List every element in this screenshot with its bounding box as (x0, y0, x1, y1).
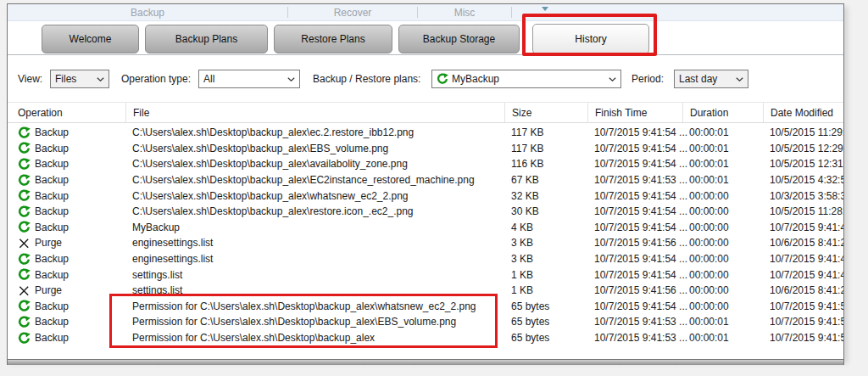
ribbon-group-recover: Recover (288, 4, 417, 20)
purge-x-icon (18, 284, 31, 297)
finish-time-value: 10/7/2015 9:41:54 ... (594, 158, 689, 170)
tab-backup-storage-label: Backup Storage (423, 33, 495, 45)
date-modified-value: 10/7/2015 9:41:48 ... (770, 253, 843, 265)
chevron-down-icon (287, 77, 295, 81)
column-header-size[interactable]: Size (504, 103, 587, 122)
duration-value: 00:00:00 (689, 284, 770, 296)
table-row[interactable]: Backup C:\Users\alex.sh\Desktop\backup_a… (8, 172, 843, 188)
size-value: 1 KB (511, 269, 594, 281)
finish-time-value: 10/7/2015 9:41:56 ... (594, 284, 689, 296)
column-header-operation[interactable]: Operation (18, 107, 125, 119)
backup-arrow-icon (18, 142, 31, 154)
ribbon-group-backup-label: Backup (131, 7, 164, 19)
finish-time-value: 10/7/2015 9:41:54 ... (594, 205, 689, 217)
operation-type-select-value: All (203, 73, 214, 85)
size-value: 30 KB (511, 205, 594, 217)
date-modified-value: 10/7/2015 9:41:46 ... (770, 222, 843, 233)
column-header-duration[interactable]: Duration (682, 103, 763, 122)
tab-backup-storage[interactable]: Backup Storage (398, 25, 520, 53)
table-row[interactable]: Purge enginesettings.list 3 KB 10/7/2015… (8, 235, 843, 251)
file-value: enginesettings.list (132, 237, 511, 249)
duration-value: 00:00:00 (689, 300, 770, 312)
table-row[interactable]: Backup MyBackup 4 KB 10/7/2015 9:41:54 .… (8, 220, 843, 236)
operation-value: Backup (35, 253, 69, 265)
chevron-down-icon (736, 77, 743, 81)
tab-backup-plans[interactable]: Backup Plans (145, 25, 268, 53)
table-row[interactable]: Backup enginesettings.list 3 KB 10/7/201… (8, 251, 843, 267)
table-row[interactable]: Backup Permission for C:\Users\alex.sh\D… (8, 330, 843, 346)
operation-value: Backup (35, 205, 69, 217)
operation-value: Backup (35, 269, 69, 281)
tab-restore-plans[interactable]: Restore Plans (274, 25, 392, 53)
size-value: 3 KB (511, 253, 594, 265)
backup-arrow-icon (18, 205, 31, 218)
backup-arrow-icon (18, 189, 31, 202)
history-table-body: Backup C:\Users\alex.sh\Desktop\backup_a… (8, 125, 843, 345)
table-row[interactable]: Backup Permission for C:\Users\alex.sh\D… (8, 299, 843, 315)
finish-time-value: 10/7/2015 9:41:54 ... (594, 222, 689, 233)
duration-value: 00:00:00 (689, 269, 770, 281)
tab-history[interactable]: History (532, 24, 649, 54)
operation-value: Backup (35, 126, 69, 138)
table-row[interactable]: Backup settings.list 1 KB 10/7/2015 9:41… (8, 267, 843, 283)
plans-label: Backup / Restore plans: (313, 70, 420, 88)
plans-select[interactable]: MyBackup (431, 70, 621, 88)
file-value: enginesettings.list (132, 253, 511, 265)
table-row[interactable]: Backup C:\Users\alex.sh\Desktop\backup_a… (8, 204, 843, 220)
date-modified-value: 10/3/2015 3:58:31 ... (770, 190, 843, 202)
backup-arrow-icon (18, 126, 31, 139)
size-value: 32 KB (511, 190, 594, 202)
column-header-file[interactable]: File (125, 103, 504, 122)
table-row[interactable]: Backup C:\Users\alex.sh\Desktop\backup_a… (8, 141, 843, 157)
file-value: C:\Users\alex.sh\Desktop\backup_alex\ava… (132, 158, 511, 170)
duration-value: 00:00:01 (689, 158, 770, 170)
operation-value: Purge (35, 237, 62, 249)
operation-type-label: Operation type: (121, 70, 191, 88)
size-value: 1 KB (511, 284, 594, 296)
operation-value: Backup (35, 158, 69, 170)
operation-type-select[interactable]: All (198, 70, 300, 88)
date-modified-value: 10/7/2015 9:41:52 ... (770, 316, 843, 328)
ribbon-group-strip: Backup Recover Misc (8, 4, 843, 21)
finish-time-value: 10/7/2015 9:41:54 ... (594, 126, 689, 138)
view-select[interactable]: Files (50, 70, 109, 88)
duration-value: 00:00:01 (689, 174, 770, 186)
sort-descending-icon[interactable] (542, 7, 548, 11)
date-modified-value: 10/5/2015 12:31:0... (770, 158, 843, 170)
duration-value: 00:00:00 (689, 190, 770, 202)
backup-arrow-icon (18, 316, 31, 328)
size-value: 117 KB (511, 126, 594, 138)
table-row[interactable]: Backup C:\Users\alex.sh\Desktop\backup_a… (8, 156, 843, 172)
operation-value: Backup (35, 300, 69, 312)
table-row[interactable]: Backup Permission for C:\Users\alex.sh\D… (8, 314, 843, 330)
ribbon-group-misc-label: Misc (454, 7, 476, 19)
duration-value: 00:00:00 (689, 222, 770, 233)
size-value: 65 bytes (511, 332, 594, 344)
file-value: C:\Users\alex.sh\Desktop\backup_alex\EBS… (132, 143, 511, 154)
tab-welcome[interactable]: Welcome (42, 25, 139, 53)
file-value: Permission for C:\Users\alex.sh\Desktop\… (132, 332, 511, 344)
operation-value: Backup (35, 143, 69, 154)
duration-value: 00:00:00 (689, 205, 770, 217)
duration-value: 00:00:01 (689, 143, 770, 154)
app-window: Backup Recover Misc Welcome Backup Plans… (7, 3, 844, 360)
period-select[interactable]: Last day (674, 70, 748, 88)
table-row[interactable]: Backup C:\Users\alex.sh\Desktop\backup_a… (8, 188, 843, 204)
table-row[interactable]: Backup C:\Users\alex.sh\Desktop\backup_a… (8, 125, 843, 141)
size-value: 67 KB (511, 174, 594, 186)
finish-time-value: 10/7/2015 9:41:53 ... (594, 174, 689, 186)
ribbon-group-backup: Backup (8, 4, 287, 20)
column-header-date-modified[interactable]: Date Modified (763, 103, 843, 122)
table-row[interactable]: Purge settings.list 1 KB 10/7/2015 9:41:… (8, 283, 843, 299)
finish-time-value: 10/7/2015 9:41:54 ... (594, 190, 689, 202)
column-header-finish-time[interactable]: Finish Time (587, 103, 682, 122)
chevron-down-icon (97, 77, 104, 81)
finish-time-value: 10/7/2015 9:41:54 ... (594, 269, 689, 281)
size-value: 117 KB (511, 143, 594, 154)
operation-value: Backup (35, 222, 69, 233)
backup-arrow-icon (18, 221, 31, 233)
date-modified-value: 10/6/2015 8:41:27 ... (770, 237, 843, 249)
date-modified-value: 10/5/2015 11:28:1... (770, 205, 843, 217)
finish-time-value: 10/7/2015 9:41:53 ... (594, 332, 689, 344)
size-value: 3 KB (511, 237, 594, 249)
